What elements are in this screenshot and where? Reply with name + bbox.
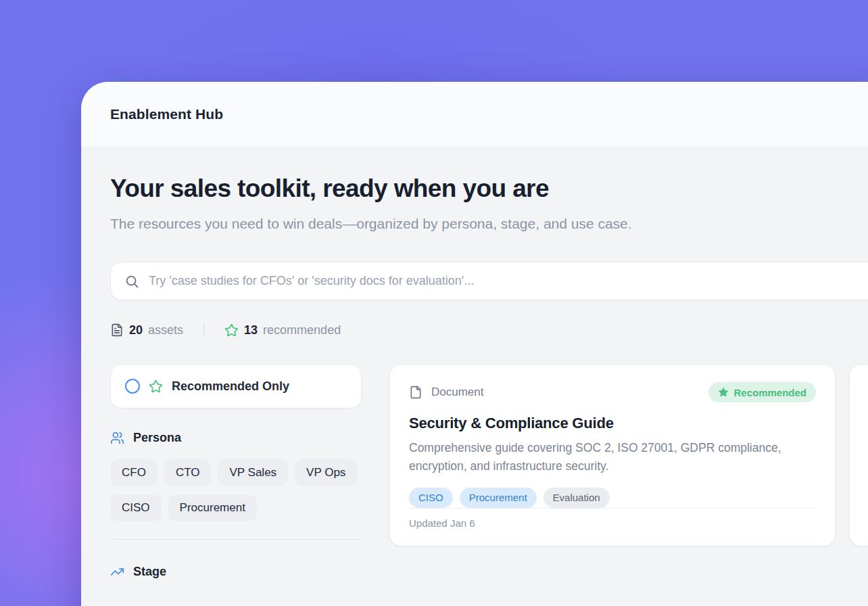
app-title: Enablement Hub [110, 106, 223, 122]
recommended-only-label: Recommended Only [172, 379, 289, 394]
star-icon [224, 323, 239, 337]
persona-chip-procurement[interactable]: Procurement [168, 494, 257, 521]
card-top-row: Document Recommended [409, 382, 816, 402]
page-background: Enablement Hub Your sales toolkit, ready… [0, 0, 868, 606]
card-type-label: Document [431, 386, 483, 399]
persona-chip-cto[interactable]: CTO [164, 459, 212, 486]
persona-chip-vp-sales[interactable]: VP Sales [218, 459, 288, 486]
tag-evaluation: Evaluation [544, 488, 610, 508]
search-input[interactable] [149, 274, 868, 288]
tag-ciso: CISO [409, 488, 453, 508]
filters-sidebar: Recommended Only Persona CFO CTO VP Sale… [110, 364, 362, 579]
page-subtitle: The resources you need to win deals—orga… [110, 211, 659, 236]
persona-chip-vp-ops[interactable]: VP Ops [295, 459, 357, 486]
file-icon [409, 384, 423, 400]
assets-count: 20 [129, 323, 143, 337]
recommended-count-stat: 13 recommended [224, 323, 341, 337]
trending-up-icon [110, 565, 124, 579]
file-text-icon [110, 323, 124, 337]
page-title: Your sales toolkit, ready when you are [110, 174, 868, 203]
recommended-count: 13 [244, 323, 258, 337]
stage-section-header: Stage [110, 565, 362, 579]
star-icon [149, 379, 163, 394]
stage-section-label: Stage [133, 565, 166, 579]
tag-procurement: Procurement [460, 488, 537, 508]
asset-card-security-compliance-guide[interactable]: Document Recommended Security & Complian… [389, 364, 836, 546]
content-columns: Recommended Only Persona CFO CTO VP Sale… [110, 364, 868, 579]
main-content: Your sales toolkit, ready when you are T… [81, 147, 868, 579]
stats-row: 20 assets 13 recommended [110, 322, 868, 338]
search-icon [124, 274, 139, 289]
persona-chip-cfo[interactable]: CFO [110, 459, 158, 486]
card-footer: Updated Jan 6 [409, 508, 816, 530]
app-panel: Enablement Hub Your sales toolkit, ready… [81, 82, 868, 606]
app-header: Enablement Hub [81, 82, 868, 147]
sidebar-divider [110, 539, 362, 540]
recommended-badge-label: Recommended [733, 387, 806, 398]
card-tags: CISO Procurement Evaluation [409, 488, 816, 508]
persona-section-label: Persona [133, 431, 181, 445]
persona-chip-ciso[interactable]: CISO [110, 494, 162, 521]
star-filled-icon [718, 387, 729, 398]
search-bar [110, 262, 868, 300]
asset-card-partial[interactable] [849, 364, 868, 546]
recommended-badge: Recommended [708, 382, 816, 402]
persona-section-header: Persona [110, 431, 362, 445]
card-type: Document [409, 384, 483, 400]
asset-card-grid: Document Recommended Security & Complian… [389, 364, 868, 546]
recommended-label: recommended [263, 323, 341, 337]
assets-label: assets [148, 323, 183, 337]
persona-chips: CFO CTO VP Sales VP Ops CISO Procurement [110, 459, 362, 521]
assets-count-stat: 20 assets [110, 323, 183, 337]
recommended-only-toggle[interactable]: Recommended Only [110, 364, 362, 409]
radio-circle-icon[interactable] [125, 379, 140, 394]
card-updated-label: Updated Jan 6 [409, 517, 475, 529]
users-icon [110, 431, 124, 445]
stats-divider [203, 323, 204, 337]
card-description: Comprehensive guide covering SOC 2, ISO … [409, 439, 815, 475]
card-title: Security & Compliance Guide [409, 415, 816, 432]
